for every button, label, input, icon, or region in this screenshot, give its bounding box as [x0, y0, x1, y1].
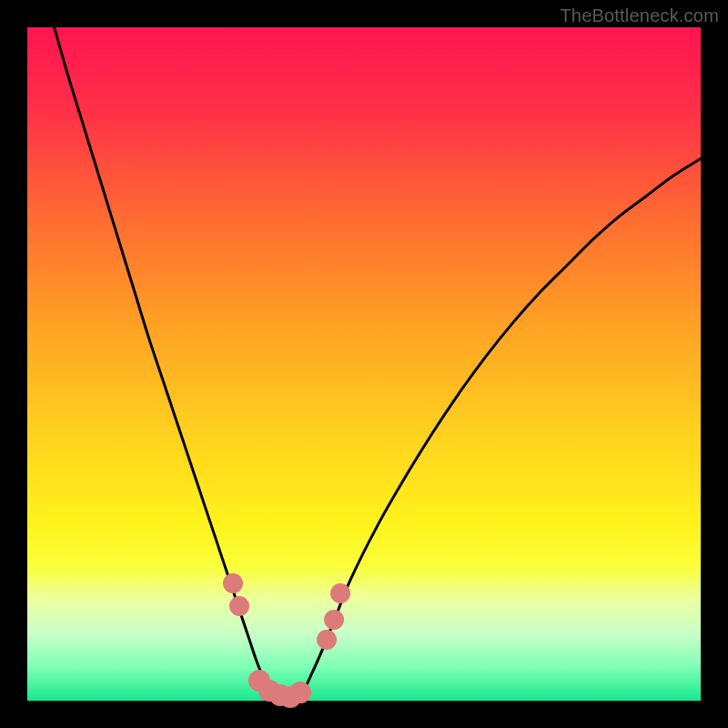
- data-marker: [223, 573, 243, 593]
- chart-frame: TheBottleneck.com: [0, 0, 728, 728]
- data-marker: [289, 682, 311, 703]
- data-marker: [248, 670, 270, 692]
- curve-svg: [27, 27, 701, 701]
- data-marker: [330, 583, 350, 603]
- gradient-background: [27, 27, 701, 701]
- data-marker: [317, 630, 337, 650]
- data-marker: [258, 680, 280, 702]
- watermark-text: TheBottleneck.com: [560, 5, 719, 26]
- data-marker: [269, 684, 291, 706]
- plot-area: [27, 27, 701, 701]
- data-marker: [279, 686, 301, 708]
- marker-layer: [27, 27, 701, 701]
- v-curve-path: [55, 27, 701, 701]
- data-marker: [324, 610, 344, 630]
- data-marker: [229, 596, 249, 616]
